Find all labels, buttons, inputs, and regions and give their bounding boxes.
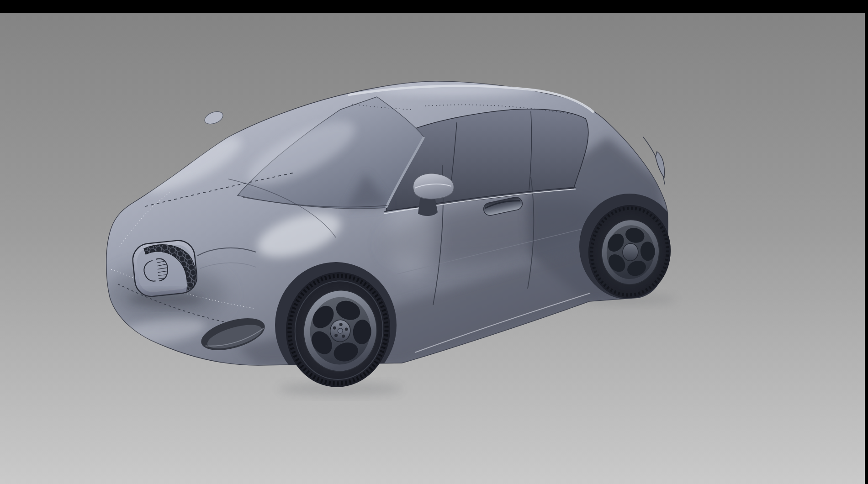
cowl-camera-pod — [203, 109, 225, 126]
right-letterbox-bar — [865, 0, 868, 484]
top-letterbox-bar — [0, 0, 868, 13]
front-grille — [131, 239, 198, 298]
tail-light — [656, 152, 664, 177]
grille-shadow — [128, 292, 203, 306]
car-render — [0, 0, 868, 484]
render-window — [0, 0, 868, 484]
render-viewport[interactable] — [0, 13, 865, 484]
